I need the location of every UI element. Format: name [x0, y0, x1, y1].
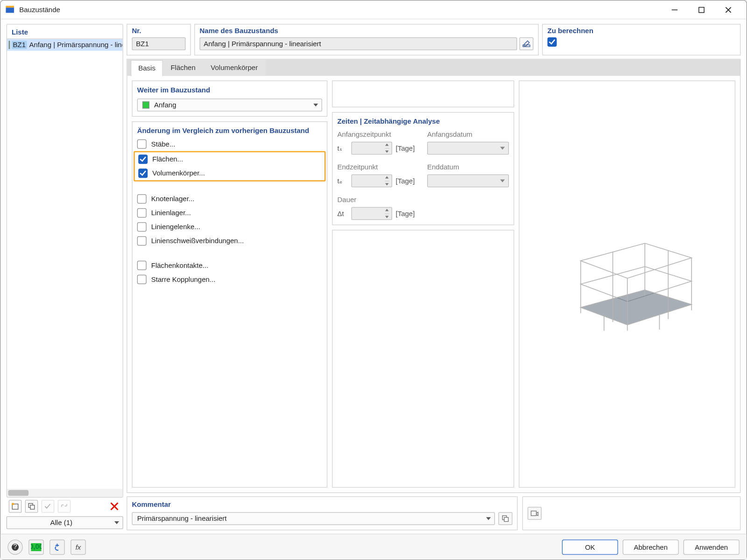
- name-input[interactable]: Anfang | Primärspannung - linearisiert: [200, 37, 517, 50]
- empty-bottom-group: [332, 230, 514, 488]
- checkbox[interactable]: [137, 222, 147, 231]
- chk-linienlager[interactable]: Linienlager...: [137, 208, 322, 217]
- lbl-dauer: Dauer: [338, 196, 419, 204]
- svg-text:?: ?: [13, 543, 17, 550]
- window-minimize-button[interactable]: [661, 1, 688, 18]
- help-button[interactable]: ?: [7, 539, 23, 555]
- list-row-name: Anfang | Primärspannung - linearisiert: [27, 41, 123, 49]
- window-close-button[interactable]: [715, 1, 742, 18]
- calc-label: Zu berechnen: [548, 27, 736, 35]
- comment-dropdown[interactable]: Primärspannung - linearisiert: [132, 512, 495, 525]
- list-filter-value: Alle (1): [50, 518, 72, 527]
- checkbox[interactable]: [138, 154, 148, 164]
- zeiten-title: Zeiten | Zeitabhängige Analyse: [338, 117, 509, 126]
- link-button: [58, 500, 71, 513]
- titlebar: Bauzustände: [0, 0, 747, 19]
- unit-days: [Tage]: [396, 210, 419, 218]
- sym-dt: Δt: [338, 210, 348, 218]
- tabstrip: Basis Flächen Volumenkörper: [127, 60, 740, 76]
- weiter-value: Anfang: [154, 101, 176, 109]
- color-swatch: [142, 102, 149, 109]
- list-filter-dropdown[interactable]: Alle (1): [7, 516, 123, 529]
- weiter-title: Weiter im Bauzustand: [137, 86, 322, 94]
- te-input: [352, 175, 393, 188]
- horizontal-scrollbar[interactable]: [7, 489, 123, 497]
- color-swatch: [9, 41, 10, 49]
- model-preview[interactable]: [519, 81, 735, 488]
- tabs-block: Basis Flächen Volumenkörper Weiter im Ba…: [127, 59, 740, 493]
- show-in-view-button[interactable]: [528, 507, 542, 520]
- svg-text:fx: fx: [76, 543, 81, 551]
- chk-volumenkoerper[interactable]: Volumenkörper...: [138, 168, 321, 178]
- name-cell: Name des Bauzustands Anfang | Primärspan…: [194, 24, 539, 56]
- check-all-button: [42, 500, 55, 513]
- zeiten-group: Zeiten | Zeitabhängige Analyse Anfangsze…: [332, 112, 514, 225]
- svg-rect-3: [699, 7, 704, 12]
- checkbox[interactable]: [137, 261, 147, 270]
- window-title: Bauzustände: [19, 6, 661, 14]
- sym-te: tₑ: [338, 177, 348, 185]
- comment-label: Kommentar: [132, 501, 171, 509]
- lbl-endzeitpunkt: Endzeitpunkt: [338, 163, 419, 171]
- list-row-id: BZ1: [12, 41, 27, 49]
- building-icon: [557, 226, 697, 343]
- tools-button[interactable]: [49, 539, 65, 555]
- chk-flaechen[interactable]: Flächen...: [138, 154, 321, 164]
- aenderung-group: Änderung im Vergleich zum vorherigen Bau…: [132, 121, 328, 488]
- svg-rect-25: [504, 518, 508, 522]
- units-button[interactable]: 0,00: [28, 539, 44, 555]
- checkbox[interactable]: [137, 194, 147, 203]
- chk-liniengelenke[interactable]: Liniengelenke...: [137, 222, 322, 231]
- empty-top-group: [332, 81, 514, 108]
- chk-staebe[interactable]: Stäbe...: [137, 140, 322, 149]
- svg-text:0,00: 0,00: [31, 543, 42, 550]
- window-maximize-button[interactable]: [688, 1, 715, 18]
- checkbox[interactable]: [138, 168, 148, 178]
- tab-flaechen[interactable]: Flächen: [163, 60, 203, 76]
- lbl-anfangsdatum: Anfangsdatum: [427, 130, 509, 139]
- bottom-bar: ? 0,00 fx OK Abbrechen Anwenden: [0, 534, 747, 560]
- svg-rect-1: [6, 6, 14, 7]
- unit-days: [Tage]: [396, 144, 419, 153]
- new-item-button[interactable]: [9, 500, 22, 513]
- cancel-button[interactable]: Abbrechen: [623, 539, 679, 555]
- checkbox[interactable]: [137, 275, 147, 284]
- header-row: Nr. BZ1 Name des Bauzustands Anfang | Pr…: [127, 24, 740, 56]
- name-label: Name des Bauzustands: [200, 27, 534, 35]
- calc-checkbox[interactable]: [548, 37, 557, 47]
- list-panel: Liste BZ1 Anfang | Primärspannung - line…: [7, 24, 123, 497]
- svg-rect-26: [531, 511, 536, 516]
- nr-input: BZ1: [132, 37, 186, 50]
- copy-item-button[interactable]: [25, 500, 38, 513]
- apply-button[interactable]: Anwenden: [684, 539, 740, 555]
- comment-box: Kommentar Primärspannung - linearisiert: [127, 497, 518, 531]
- svg-point-7: [12, 503, 14, 505]
- checkbox[interactable]: [137, 208, 147, 217]
- list-row[interactable]: BZ1 Anfang | Primärspannung - linearisie…: [7, 39, 123, 51]
- fx-button[interactable]: fx: [70, 539, 86, 555]
- tab-basis[interactable]: Basis: [131, 60, 163, 77]
- dt-input: [352, 207, 393, 220]
- list-body[interactable]: BZ1 Anfang | Primärspannung - linearisie…: [7, 39, 123, 497]
- highlight-box: Flächen... Volumenkörper...: [134, 151, 325, 182]
- chk-flaechenkontakte[interactable]: Flächenkontakte...: [137, 261, 322, 270]
- startdate-combo: [427, 142, 509, 155]
- weiter-dropdown[interactable]: Anfang: [137, 98, 322, 112]
- tab-volumenkoerper[interactable]: Volumenkörper: [203, 60, 265, 76]
- app-icon: [5, 5, 14, 14]
- ok-button[interactable]: OK: [562, 539, 618, 555]
- delete-item-button[interactable]: [108, 500, 121, 513]
- comment-library-button[interactable]: [499, 512, 513, 525]
- chk-knotenlager[interactable]: Knotenlager...: [137, 194, 322, 203]
- chk-linienschweiss[interactable]: Linienschweißverbindungen...: [137, 236, 322, 245]
- checkbox[interactable]: [137, 236, 147, 245]
- unit-days: [Tage]: [396, 177, 419, 185]
- chk-starre-kopplungen[interactable]: Starre Kopplungen...: [137, 275, 322, 284]
- edit-name-button[interactable]: [520, 37, 534, 50]
- list-header: Liste: [7, 25, 123, 39]
- svg-rect-0: [6, 7, 14, 13]
- preview-actions: [522, 497, 741, 531]
- nr-label: Nr.: [132, 27, 186, 35]
- sym-ts: tₛ: [338, 144, 348, 153]
- checkbox[interactable]: [137, 140, 147, 149]
